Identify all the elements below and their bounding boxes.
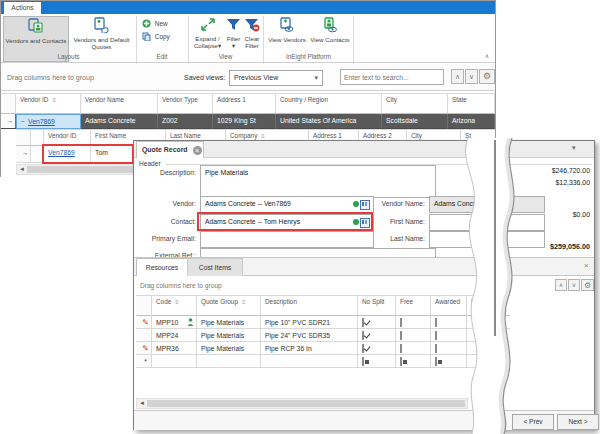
- awarded-checkbox[interactable]: [435, 331, 437, 340]
- free-checkbox[interactable]: [400, 344, 402, 353]
- tab-list-dropdown-icon[interactable]: ▾: [572, 144, 576, 152]
- tab-close-icon[interactable]: ×: [193, 146, 202, 155]
- duration-cell[interactable]: [467, 329, 510, 342]
- column-header-free[interactable]: Free: [396, 295, 431, 316]
- no-split-cell[interactable]: [358, 342, 396, 355]
- prev-button[interactable]: < Prev: [512, 414, 554, 430]
- column-header-quote-group[interactable]: Quote Group≡: [197, 295, 261, 316]
- column-header-no-split[interactable]: No Split: [358, 295, 396, 316]
- vendor-id-link[interactable]: Ven7869: [28, 118, 55, 125]
- contact-vendor-id-cell[interactable]: Ven7869: [44, 146, 91, 163]
- gear-icon[interactable]: ⚙: [581, 279, 594, 291]
- collapse-minus-icon[interactable]: −: [21, 118, 25, 125]
- vendor-row[interactable]: → −Ven7869 Adams Concrete Z002 1029 King…: [1, 114, 495, 129]
- copy-button[interactable]: Copy: [142, 30, 186, 43]
- state-cell[interactable]: Arizona: [448, 114, 495, 129]
- column-header-address1[interactable]: Address 1: [213, 93, 276, 114]
- contact-input[interactable]: Adams Concrete -- Tom Henrys: [200, 214, 374, 231]
- resources-grid-hscrollbar[interactable]: ◄: [136, 398, 468, 409]
- vendor-name-cell[interactable]: Adams Concrete: [81, 114, 158, 129]
- code-cell[interactable]: MPP24: [152, 329, 197, 342]
- new-resource-row[interactable]: *: [136, 355, 510, 368]
- contact-vendor-id-link[interactable]: Ven7869: [48, 149, 75, 156]
- column-header-vendor-id[interactable]: Vendor ID: [44, 129, 91, 146]
- quote-group-cell[interactable]: Pipe Materials: [197, 342, 261, 355]
- address1-cell[interactable]: 1029 King St: [213, 114, 276, 129]
- resource-row[interactable]: ✎ MPP10 Pipe Materials Pipe 10" PVC SDR2…: [136, 316, 510, 329]
- awarded-cell[interactable]: [431, 342, 467, 355]
- description-cell[interactable]: Pipe 10" PVC SDR21: [261, 316, 358, 329]
- search-up-button[interactable]: ∧: [451, 69, 464, 84]
- quote-group-cell[interactable]: Pipe Materials: [197, 329, 261, 342]
- free-checkbox[interactable]: [400, 357, 402, 366]
- no-split-checkbox[interactable]: [362, 318, 364, 327]
- scrollbar-thumb[interactable]: [27, 166, 133, 173]
- no-split-cell[interactable]: [358, 355, 396, 368]
- column-header-city[interactable]: City: [382, 93, 448, 114]
- primary-email-input[interactable]: [200, 231, 374, 248]
- column-header-duration[interactable]: Du: [467, 295, 510, 316]
- quote-group-cell[interactable]: Pipe Materials: [197, 316, 261, 329]
- column-header-vendor-type[interactable]: Vendor Type: [158, 93, 213, 114]
- tab-quote-record[interactable]: Quote Record×: [136, 141, 204, 158]
- ribbon-tab-actions[interactable]: Actions: [4, 2, 41, 14]
- awarded-checkbox[interactable]: [435, 344, 437, 353]
- awarded-cell[interactable]: [431, 355, 467, 368]
- vendor-type-cell[interactable]: Z002: [158, 114, 213, 129]
- awarded-cell[interactable]: [431, 329, 467, 342]
- free-cell[interactable]: [396, 355, 431, 368]
- scrollbar-thumb[interactable]: [147, 400, 465, 407]
- column-header-description[interactable]: Description: [261, 295, 358, 316]
- no-split-cell[interactable]: [358, 329, 396, 342]
- duration-cell[interactable]: [467, 342, 510, 355]
- resource-row[interactable]: ✎ MPR36 Pipe Materials Pipe RCP 36 In: [136, 342, 510, 355]
- description-cell[interactable]: Pipe 24" PVC SDR35: [261, 329, 358, 342]
- tab-cost-items[interactable]: Cost Items: [187, 258, 243, 278]
- scroll-left-icon[interactable]: ◄: [18, 165, 26, 174]
- column-header-vendor-name[interactable]: Vendor Name: [81, 93, 158, 114]
- search-down-button[interactable]: ∨: [568, 279, 580, 291]
- code-cell[interactable]: [152, 355, 197, 368]
- column-header-country[interactable]: Country / Region: [276, 93, 382, 114]
- column-header-awarded[interactable]: Awarded: [431, 295, 467, 316]
- free-cell[interactable]: [396, 316, 431, 329]
- column-header-state[interactable]: State: [448, 93, 495, 114]
- awarded-checkbox[interactable]: [435, 357, 437, 366]
- duration-cell[interactable]: [467, 316, 510, 329]
- no-split-checkbox[interactable]: [362, 344, 364, 353]
- resource-row[interactable]: MPP24 Pipe Materials Pipe 24" PVC SDR35: [136, 329, 510, 342]
- quote-group-cell[interactable]: [197, 355, 261, 368]
- free-cell[interactable]: [396, 329, 431, 342]
- search-up-button[interactable]: ∧: [555, 279, 567, 291]
- code-cell[interactable]: MPR36: [152, 342, 197, 355]
- column-header-code[interactable]: Code≡: [152, 295, 197, 316]
- no-split-checkbox[interactable]: [362, 357, 364, 366]
- no-split-checkbox[interactable]: [362, 331, 364, 340]
- contact-grid-hscrollbar[interactable]: ◄: [16, 164, 136, 175]
- description-cell[interactable]: Pipe RCP 36 In: [261, 342, 358, 355]
- search-down-button[interactable]: ∨: [465, 69, 478, 84]
- duration-cell[interactable]: [467, 355, 510, 368]
- column-header-vendor-id[interactable]: Vendor ID≡: [16, 93, 81, 114]
- free-checkbox[interactable]: [400, 331, 402, 340]
- saved-views-dropdown[interactable]: ▾ Previous View: [229, 70, 323, 86]
- description-cell[interactable]: [261, 355, 358, 368]
- search-input[interactable]: [340, 69, 444, 85]
- free-cell[interactable]: [396, 342, 431, 355]
- no-split-cell[interactable]: [358, 316, 396, 329]
- tab-resources[interactable]: Resources: [136, 258, 188, 277]
- new-button[interactable]: New: [142, 17, 186, 30]
- vendor-input[interactable]: Adams Concrete -- Ven7869: [200, 196, 374, 213]
- gear-icon[interactable]: ⚙: [479, 69, 495, 84]
- ribbon-collapse-icon[interactable]: ∧: [481, 52, 493, 62]
- awarded-checkbox[interactable]: [435, 318, 437, 327]
- next-button[interactable]: Next >: [557, 414, 599, 430]
- free-checkbox[interactable]: [400, 318, 402, 327]
- code-cell[interactable]: MPP10: [152, 316, 197, 329]
- awarded-cell[interactable]: [431, 316, 467, 329]
- scroll-left-icon[interactable]: ◄: [138, 399, 146, 408]
- panel-close-icon[interactable]: ×: [584, 261, 589, 270]
- description-input[interactable]: Pipe Materials: [200, 165, 436, 198]
- country-cell[interactable]: United States Of America: [276, 114, 382, 129]
- city-cell[interactable]: Scottsdale: [382, 114, 448, 129]
